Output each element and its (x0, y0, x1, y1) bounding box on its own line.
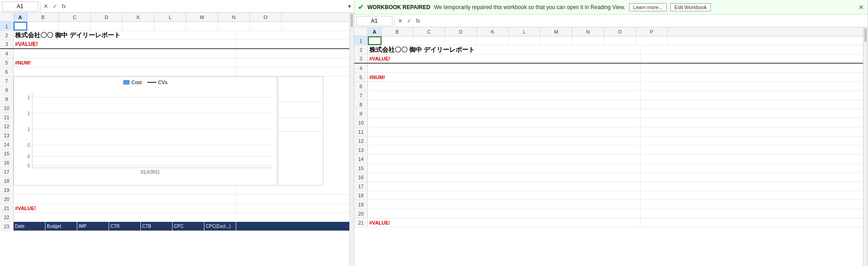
right-col-headers: A B C D K L M N O P (354, 27, 863, 36)
right-formula-input[interactable] (423, 16, 866, 26)
right-cell-a6[interactable] (368, 82, 640, 90)
right-cell-d1[interactable] (445, 36, 477, 45)
right-scrollbar[interactable] (863, 27, 868, 266)
left-formula-bar: A1 ✕ ✓ fx ▼ (0, 0, 354, 13)
right-cell-b1[interactable] (382, 36, 413, 45)
left-col-header-l[interactable]: L (154, 13, 186, 21)
left-cell-a20[interactable] (14, 195, 236, 203)
left-col-header-b[interactable]: B (27, 13, 59, 21)
right-col-header-l[interactable]: L (509, 27, 541, 36)
left-cell-o1[interactable] (250, 22, 282, 30)
left-cell-b1[interactable] (27, 22, 59, 30)
right-col-header-k[interactable]: K (477, 27, 509, 36)
right-col-header-a[interactable]: A (368, 27, 382, 36)
left-cell-a22[interactable] (14, 213, 236, 221)
left-cell-a19[interactable] (14, 186, 236, 194)
right-cell-n1[interactable] (572, 36, 604, 45)
left-cell-a1[interactable] (14, 22, 27, 30)
right-cell-a9[interactable] (368, 109, 640, 118)
left-cell-ctr[interactable]: CTR (109, 222, 141, 231)
left-cell-imp[interactable]: IMP (77, 222, 109, 231)
left-col-header-m[interactable]: M (186, 13, 218, 21)
left-fx-icon[interactable]: fx (60, 3, 67, 10)
left-formula-input[interactable] (69, 1, 345, 11)
left-cell-a6[interactable] (14, 67, 236, 76)
left-cell-cpc[interactable]: CPC (173, 222, 204, 231)
left-cancel-icon[interactable]: ✕ (42, 3, 50, 10)
right-col-header-m[interactable]: M (541, 27, 572, 36)
left-confirm-icon[interactable]: ✓ (51, 3, 59, 10)
right-cell-a7[interactable] (368, 91, 640, 100)
right-cell-a8[interactable] (368, 100, 640, 109)
right-cell-a20[interactable] (368, 209, 640, 218)
left-cell-a5[interactable]: #NUM! (14, 58, 236, 67)
right-cell-a16[interactable] (368, 173, 640, 181)
right-cell-k1[interactable] (477, 36, 509, 45)
left-cell-c1[interactable] (59, 22, 91, 30)
right-cell-c1[interactable] (413, 36, 445, 45)
left-cell-ctb[interactable]: CTB (141, 222, 173, 231)
left-col-header-a[interactable]: A (14, 13, 27, 21)
right-cell-a19[interactable] (368, 200, 640, 209)
left-cell-a4[interactable] (14, 49, 236, 58)
left-rownum-6: 6 (0, 67, 14, 76)
left-chart-legend: Cost CVs (123, 80, 167, 85)
right-cell-p1[interactable] (636, 36, 668, 45)
right-cell-a1[interactable] (368, 36, 382, 45)
left-cell-d1[interactable] (91, 22, 123, 30)
right-col-header-c[interactable]: C (413, 27, 445, 36)
right-name-box[interactable]: A1 (356, 16, 392, 26)
notification-close-button[interactable]: ✕ (858, 4, 864, 11)
left-col-header-n[interactable]: N (218, 13, 250, 21)
right-cell-a15[interactable] (368, 164, 640, 172)
right-cell-a4[interactable] (368, 64, 640, 72)
left-cell-cpc-excl[interactable]: CPC(Excl...) (204, 222, 236, 231)
right-cell-a14[interactable] (368, 155, 640, 163)
left-cell-budget[interactable]: Budget (45, 222, 77, 231)
left-name-box[interactable]: A1 (2, 1, 38, 11)
right-cell-a21[interactable]: #VALUE! (368, 218, 640, 227)
right-cell-a5[interactable]: #NUM! (368, 73, 640, 81)
right-cancel-icon[interactable]: ✕ (397, 18, 404, 24)
left-cell-a2-title[interactable]: 株式会社〇〇 御中 デイリーレポート (14, 31, 236, 40)
right-cell-a12[interactable] (368, 136, 640, 145)
right-col-header-o[interactable]: O (604, 27, 636, 36)
left-row-22: 22 (0, 213, 349, 222)
left-row-2: 2 株式会社〇〇 御中 デイリーレポート (0, 31, 349, 40)
left-cell-m1[interactable] (186, 22, 218, 30)
right-col-header-n[interactable]: N (572, 27, 604, 36)
right-cell-m1[interactable] (541, 36, 572, 45)
right-confirm-icon[interactable]: ✓ (406, 18, 413, 24)
right-cell-o1[interactable] (604, 36, 636, 45)
left-chart[interactable]: Cost CVs 1 (14, 76, 277, 186)
left-cell-l1[interactable] (154, 22, 186, 30)
left-col-header-k[interactable]: K (123, 13, 154, 21)
edit-workbook-button[interactable]: Edit Workbook (670, 3, 711, 11)
left-col-header-o[interactable]: O (250, 13, 282, 21)
learn-more-button[interactable]: Learn more... (629, 3, 667, 11)
right-cell-a18[interactable] (368, 191, 640, 200)
left-col-header-c[interactable]: C (59, 13, 91, 21)
right-rownum-18: 18 (354, 191, 368, 200)
right-col-header-d[interactable]: D (445, 27, 477, 36)
left-cell-k1[interactable] (123, 22, 154, 30)
left-cell-a3[interactable]: #VALUE! (14, 40, 236, 48)
right-cell-a11[interactable] (368, 127, 640, 136)
left-scrollbar[interactable] (349, 13, 354, 266)
right-cell-a13[interactable] (368, 146, 640, 154)
right-cell-a2-title[interactable]: 株式会社〇〇 御中 デイリーレポート (368, 45, 640, 54)
left-cell-a21[interactable]: #VALUE! (14, 204, 236, 212)
right-cell-l1[interactable] (509, 36, 541, 45)
right-rownum-17: 17 (354, 182, 368, 191)
left-cell-n1[interactable] (218, 22, 250, 30)
left-col-header-d[interactable]: D (91, 13, 123, 21)
left-cell-date[interactable]: Date (14, 222, 45, 231)
right-cell-a17[interactable] (368, 182, 640, 191)
right-col-header-b[interactable]: B (382, 27, 413, 36)
right-cell-a10[interactable] (368, 118, 640, 127)
right-rownum-8: 8 (354, 100, 368, 109)
right-fx-icon[interactable]: fx (415, 18, 422, 24)
right-col-header-p[interactable]: P (636, 27, 668, 36)
left-formula-expand[interactable]: ▼ (347, 4, 352, 9)
right-cell-a3[interactable]: #VALUE! (368, 55, 640, 63)
